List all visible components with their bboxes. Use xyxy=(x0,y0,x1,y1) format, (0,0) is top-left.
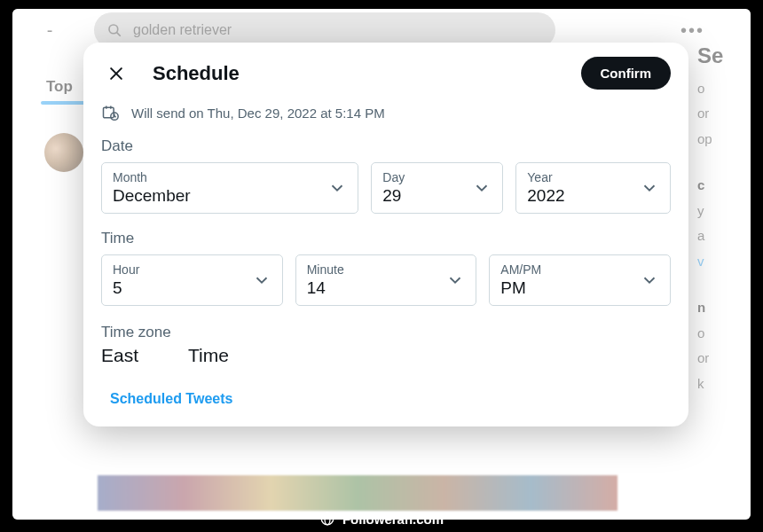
ampm-value: PM xyxy=(500,278,634,298)
date-section-label: Date xyxy=(83,130,688,160)
month-label: Month xyxy=(113,170,322,184)
hour-label: Hour xyxy=(113,262,247,277)
day-value: 29 xyxy=(382,186,467,206)
schedule-modal: Schedule Confirm Will send on Thu, Dec 2… xyxy=(83,43,688,426)
chevron-down-icon xyxy=(640,178,659,198)
time-section-label: Time xyxy=(83,215,688,253)
will-send-text: Will send on Thu, Dec 29, 2022 at 5:14 P… xyxy=(131,106,385,121)
chevron-down-icon xyxy=(472,178,492,198)
ampm-select[interactable]: AM/PM PM xyxy=(489,254,671,306)
hour-select[interactable]: Hour 5 xyxy=(101,254,283,306)
chevron-down-icon xyxy=(640,270,659,290)
chevron-down-icon xyxy=(252,270,271,290)
chevron-down-icon xyxy=(445,270,465,290)
close-icon xyxy=(107,65,125,82)
scheduled-tweets-link[interactable]: Scheduled Tweets xyxy=(83,366,250,409)
chevron-down-icon xyxy=(327,178,347,198)
day-select[interactable]: Day 29 xyxy=(371,162,503,214)
footer-brand-text: Followeran.com xyxy=(342,512,444,527)
day-label: Day xyxy=(382,170,467,184)
month-value: December xyxy=(113,186,322,206)
timezone-label: Time zone xyxy=(101,315,671,341)
hour-value: 5 xyxy=(113,278,247,298)
confirm-button[interactable]: Confirm xyxy=(581,57,672,90)
close-button[interactable] xyxy=(101,59,131,89)
schedule-calendar-icon xyxy=(101,104,119,121)
timezone-value[interactable]: East Time xyxy=(101,345,671,366)
minute-value: 14 xyxy=(307,278,441,298)
year-value: 2022 xyxy=(527,186,634,206)
minute-label: Minute xyxy=(307,262,441,277)
footer-brand: Followeran.com xyxy=(0,505,763,532)
month-select[interactable]: Month December xyxy=(101,162,358,214)
globe-icon xyxy=(319,511,335,527)
year-label: Year xyxy=(527,170,634,184)
year-select[interactable]: Year 2022 xyxy=(515,162,671,214)
minute-select[interactable]: Minute 14 xyxy=(295,254,477,306)
ampm-label: AM/PM xyxy=(500,262,634,277)
modal-title: Schedule xyxy=(153,62,240,85)
